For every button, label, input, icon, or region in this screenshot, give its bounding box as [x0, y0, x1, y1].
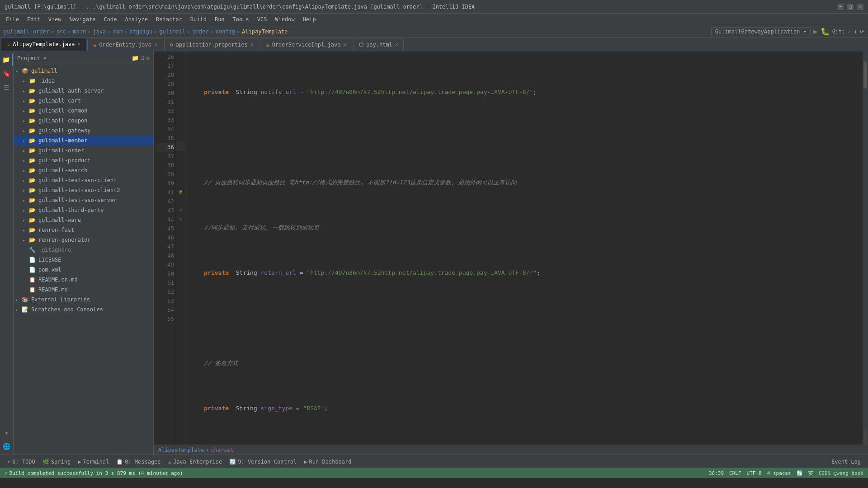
tree-ware[interactable]: ▸ 📂 gulimall-ware [14, 215, 153, 225]
close-button[interactable]: × [857, 4, 863, 10]
tree-product[interactable]: ▸ 📂 gulimall-product [14, 155, 153, 165]
menu-window[interactable]: Window [271, 15, 298, 24]
spring-button[interactable]: 🌿 Spring [40, 458, 73, 466]
activity-project[interactable]: 📁 [1, 54, 13, 66]
menu-analyze[interactable]: Analyze [121, 15, 151, 24]
tree-coupon[interactable]: ▸ 📂 gulimall-coupon [14, 116, 153, 126]
tree-member[interactable]: ▸ 📂 gulimall-member [14, 136, 153, 145]
todo-button[interactable]: ⚡ 6: TODO [5, 458, 38, 466]
run-dashboard-button[interactable]: ▶ Run Dashboard [301, 458, 354, 466]
spring-icon: 🌿 [42, 459, 49, 465]
nav-order[interactable]: order [192, 28, 208, 35]
menu-vcs[interactable]: VCS [254, 15, 271, 24]
tree-idea[interactable]: ▸ 📁 .idea [14, 76, 153, 86]
tree-gitignore[interactable]: ▸ 🔧 .gitignore [14, 245, 153, 255]
git-refresh[interactable]: ⟳ [860, 28, 864, 35]
breadcrumb-charset[interactable]: charset [211, 447, 234, 453]
nav-atguigu[interactable]: atguigu [130, 28, 153, 35]
activity-web[interactable]: 🌐 [1, 441, 13, 452]
tree-gateway[interactable]: ▸ 📂 gulimall-gateway [14, 126, 153, 136]
menu-build[interactable]: Build [187, 15, 210, 24]
nav-gulimall-order[interactable]: gulimall-order [4, 28, 49, 35]
indent-setting[interactable]: 4 spaces [767, 470, 791, 476]
tree-third-party[interactable]: ▸ 📂 gulimall-third-party [14, 205, 153, 215]
menu-tools[interactable]: Tools [229, 15, 253, 24]
tab-close-4[interactable]: × [343, 42, 346, 47]
menu-help[interactable]: Help [299, 15, 320, 24]
language-indicator[interactable]: 英 [808, 470, 813, 477]
terminal-button[interactable]: ▶ Terminal [75, 458, 112, 466]
menu-edit[interactable]: Edit [24, 15, 44, 24]
project-dropdown[interactable]: Project ▾ [17, 55, 47, 61]
tree-common[interactable]: ▸ 📂 gulimall-common [14, 106, 153, 116]
tree-search[interactable]: ▸ 📂 gulimall-search [14, 165, 153, 175]
activity-structure[interactable]: ☰ [1, 82, 13, 94]
nav-src[interactable]: src [56, 28, 66, 35]
menu-view[interactable]: View [45, 15, 65, 24]
activity-favorites[interactable]: ★ [1, 427, 13, 438]
activity-bookmarks[interactable]: 🔖 [1, 68, 13, 80]
run-config-selector[interactable]: GulimallGatewayApplication ▾ [711, 27, 811, 36]
menu-navigate[interactable]: Navigate [66, 15, 99, 24]
java-enterprise-button[interactable]: ☕ Java Enterprise [165, 458, 225, 466]
minimize-button[interactable]: ─ [837, 4, 844, 10]
tab-pay-html[interactable]: ⬡ pay.html × [353, 38, 404, 51]
run-button[interactable]: ▶ [813, 27, 818, 36]
version-control-button[interactable]: 🔄 9: Version Control [226, 458, 299, 466]
scrollbar-right[interactable] [863, 52, 868, 445]
menu-refactor[interactable]: Refactor [152, 15, 186, 24]
menu-code[interactable]: Code [100, 15, 121, 24]
tab-order-entity[interactable]: ☕ OrderEntity.java × [87, 38, 163, 51]
tree-scratches[interactable]: ▸ 📝 Scratches and Consoles [14, 305, 153, 314]
tab-close-3[interactable]: × [250, 42, 254, 47]
tree-test-sso-client[interactable]: ▸ 📂 gulimall-test-sso-client [14, 175, 153, 185]
breadcrumb-alipay[interactable]: AlipayTemplate [158, 447, 204, 453]
tab-alipay-template[interactable]: ☕ AlipayTemplate.java × [1, 38, 86, 51]
nav-main[interactable]: main [73, 28, 86, 35]
nav-java[interactable]: java [93, 28, 106, 35]
window-controls: ─ □ × [837, 4, 863, 10]
tab-close-2[interactable]: × [154, 42, 157, 47]
tree-order[interactable]: ▸ 📂 gulimall-order [14, 145, 153, 155]
tab-application-props[interactable]: ⚙ application.properties × [164, 38, 259, 51]
encoding[interactable]: UTF-8 [747, 470, 762, 476]
debug-button[interactable]: 🐛 [821, 27, 830, 36]
git-up[interactable]: ↑ [854, 28, 857, 35]
tree-gulimall[interactable]: ▾ 📦 gulimall [14, 66, 153, 76]
project-tree: ▾ 📦 gulimall ▸ 📁 .idea ▸ 📂 gulimall-auth… [14, 65, 153, 455]
tree-renren-generator[interactable]: ▸ 📂 renren-generator [14, 235, 153, 245]
settings-icon[interactable]: ⚙ [146, 55, 150, 61]
tab-label5: pay.html [366, 42, 392, 48]
nav-config[interactable]: config [216, 28, 235, 35]
line-ending[interactable]: CRLF [729, 470, 741, 476]
scroll-thumb[interactable] [863, 61, 867, 89]
cursor-position[interactable]: 36:39 [709, 470, 724, 476]
nav-com[interactable]: com [113, 28, 123, 35]
tree-license[interactable]: ▸ 📄 LICENSE [14, 255, 153, 265]
code-content[interactable]: private String notify_url = "http://497n… [185, 52, 863, 445]
tree-readme-en[interactable]: ▸ 📋 README.en.md [14, 275, 153, 285]
tree-renren-fast[interactable]: ▸ 📂 renren-fast [14, 225, 153, 235]
tree-readme[interactable]: ▸ 📋 README.md [14, 285, 153, 295]
git-checkmark[interactable]: ✓ [848, 28, 851, 35]
nav-gulimall[interactable]: gulimall [159, 28, 185, 35]
tree-pom[interactable]: ▸ 📄 pom.xml [14, 265, 153, 275]
tree-cart[interactable]: ▸ 📂 gulimall-cart [14, 96, 153, 106]
code-editor[interactable]: 26 27 28 29 30 31 32 33 34 35 36 37 38 3… [154, 52, 868, 445]
tree-test-sso-server[interactable]: ▸ 📂 gulimall-test-sso-server [14, 195, 153, 205]
tab-label: AlipayTemplate.java [13, 41, 75, 47]
nav-alipay-template[interactable]: AlipayTemplate [242, 28, 288, 35]
menu-file[interactable]: File [2, 15, 23, 24]
menu-run[interactable]: Run [211, 15, 228, 24]
tree-test-sso-client2[interactable]: ▸ 📂 gulimall-test-sso-client2 [14, 185, 153, 195]
collapse-all-icon[interactable]: ⊟ [141, 55, 144, 61]
tab-close-5[interactable]: × [395, 42, 398, 47]
tab-close-alipay[interactable]: × [78, 41, 81, 47]
event-log-button[interactable]: Event Log [829, 458, 863, 466]
maximize-button[interactable]: □ [847, 4, 854, 10]
tab-order-service[interactable]: ☕ OrderServiceImpl.java × [260, 38, 352, 51]
new-folder-icon[interactable]: 📁 [132, 55, 139, 61]
tree-external-libs[interactable]: ▸ 📚 External Libraries [14, 295, 153, 305]
messages-button[interactable]: 📋 0: Messages [113, 458, 163, 466]
tree-auth-server[interactable]: ▸ 📂 gulimall-auth-server [14, 86, 153, 96]
